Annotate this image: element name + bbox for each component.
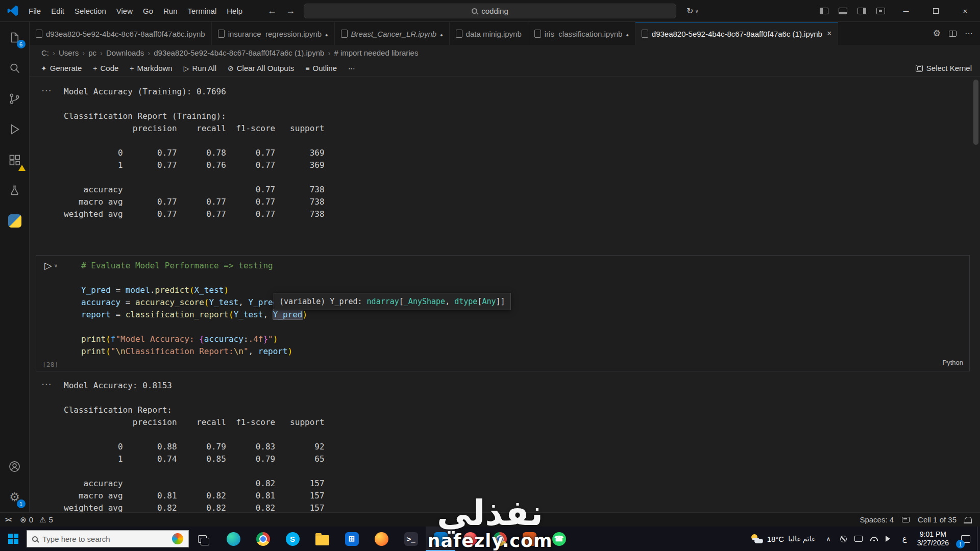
menu-help[interactable]: Help <box>222 0 248 21</box>
code-line[interactable]: print("\nClassification Report:\n", repo… <box>81 345 969 358</box>
more-actions-icon[interactable] <box>965 29 973 38</box>
more-actions-button[interactable]: ⋯ <box>344 63 359 73</box>
outline-button[interactable]: ≡Outline <box>301 63 341 73</box>
editor-tab[interactable]: d93ea820-5e92-4b4c-8c67-8aaff0f47a6c (1)… <box>635 22 838 45</box>
problems-indicator[interactable]: ⊗0 ⚠5 <box>17 515 56 524</box>
menu-selection[interactable]: Selection <box>69 0 111 21</box>
activity-python[interactable] <box>0 206 30 236</box>
taskbar-app-opera[interactable] <box>455 527 485 551</box>
activity-explorer[interactable]: 6 <box>0 22 30 53</box>
menu-file[interactable]: File <box>23 0 46 21</box>
remote-indicator[interactable]: >< <box>0 516 17 523</box>
breadcrumb-item[interactable]: pc <box>88 48 96 57</box>
code-button[interactable]: +Code <box>89 63 122 73</box>
notebook-settings-gear-icon[interactable]: ⚙ <box>933 28 941 39</box>
volume-icon[interactable] <box>886 536 893 542</box>
editor-tab[interactable]: data minig.ipynb <box>450 22 528 45</box>
menu-edit[interactable]: Edit <box>46 0 69 21</box>
activity-testing[interactable] <box>0 175 30 206</box>
editor-tab[interactable]: iris_classification.ipynb <box>528 22 635 45</box>
editor-tab[interactable]: d93ea820-5e92-4b4c-8c67-8aaff0f47a6c.ipy… <box>30 22 212 45</box>
toggle-panel-icon[interactable] <box>839 8 847 14</box>
split-editor-icon[interactable] <box>949 31 957 37</box>
activity-settings[interactable]: ⚙ 1 <box>0 482 30 512</box>
menu-view[interactable]: View <box>111 0 138 21</box>
taskbar-app-chrome-profile[interactable] <box>485 527 514 551</box>
breadcrumb-item[interactable]: Users <box>59 48 79 57</box>
menu-go[interactable]: Go <box>138 0 158 21</box>
breadcrumb-item[interactable]: # import needed libraries <box>334 48 418 57</box>
code-line[interactable]: accuracy = accuracy_score(Y_test, Y_pred… <box>81 296 969 309</box>
run-cell-button[interactable] <box>44 260 81 271</box>
toggle-sidebar-icon[interactable] <box>820 8 828 14</box>
screen-reader-icon[interactable] <box>902 517 910 522</box>
activity-extensions[interactable] <box>0 144 30 175</box>
editor-tab[interactable]: insurance_regression.ipynb <box>212 22 335 45</box>
focus-assist-icon[interactable] <box>840 536 847 542</box>
code-cell[interactable]: [28] # Evaluate Model Performance => tes… <box>36 255 970 371</box>
editor-tab[interactable]: Breast_Cancer_LR.ipynb <box>335 22 450 45</box>
taskbar-app-whatsapp[interactable]: ☎ <box>544 527 574 551</box>
taskbar-app-skype[interactable]: S <box>278 527 307 551</box>
breadcrumb-item[interactable]: Downloads <box>106 48 144 57</box>
customize-layout-icon[interactable] <box>876 8 885 14</box>
code-line[interactable]: report = classification_report(Y_test, Y… <box>81 309 969 321</box>
taskbar-clock[interactable]: 9:01 PM 3/27/2026 <box>912 530 954 547</box>
taskbar-app-terminal[interactable]: >_ <box>396 527 426 551</box>
taskbar-app-office-app[interactable] <box>514 527 544 551</box>
back-arrow-icon[interactable] <box>267 6 277 16</box>
generate-button[interactable]: ✦Generate <box>37 63 86 73</box>
action-center-button[interactable]: 1 <box>954 527 977 551</box>
output-options-icon[interactable] <box>41 379 52 390</box>
clear-all-outputs-button[interactable]: ⊘Clear All Outputs <box>224 63 298 73</box>
taskbar-search[interactable]: Type here to search <box>27 530 189 547</box>
cell-language-picker[interactable]: Python <box>943 357 963 369</box>
activity-source-control[interactable] <box>0 83 30 114</box>
breadcrumb-item[interactable]: d93ea820-5e92-4b4c-8c67-8aaff0f47a6c (1)… <box>154 48 324 57</box>
markdown-button[interactable]: +Markdown <box>126 63 176 73</box>
cell-indicator[interactable]: Cell 1 of 35 <box>918 515 957 524</box>
forward-arrow-icon[interactable] <box>286 6 295 16</box>
activity-account[interactable] <box>0 451 30 482</box>
cell-code-editor[interactable]: # Evaluate Model Performance => testingY… <box>81 256 969 371</box>
settings-badge: 1 <box>17 499 26 508</box>
code-line[interactable]: print(f"Model Accuracy: {accuracy:.4f}") <box>81 333 969 345</box>
notifications-bell-icon[interactable] <box>965 517 972 522</box>
code-line[interactable] <box>81 272 969 284</box>
scrollbar-thumb[interactable] <box>973 80 978 145</box>
weather-widget[interactable]: 18°C غائم غالبا <box>744 534 822 544</box>
breadcrumb-item[interactable]: C: <box>41 48 49 57</box>
indentation-indicator[interactable]: Spaces: 4 <box>860 515 894 524</box>
display-icon[interactable] <box>854 536 863 542</box>
hidden-icons-chevron[interactable]: ∧ <box>821 535 836 543</box>
sync-dropdown-button[interactable] <box>687 0 699 22</box>
taskbar-app-vscode[interactable] <box>426 527 455 551</box>
taskbar-app-firefox[interactable] <box>366 527 396 551</box>
menu-run[interactable]: Run <box>158 0 183 21</box>
wifi-icon[interactable] <box>870 537 878 541</box>
maximize-button[interactable] <box>921 0 950 22</box>
task-view-button[interactable] <box>189 527 215 551</box>
minimize-button[interactable] <box>891 0 921 22</box>
close-tab-icon[interactable] <box>827 29 831 38</box>
menu-terminal[interactable]: Terminal <box>183 0 222 21</box>
taskbar-app-edge[interactable] <box>218 527 248 551</box>
code-line[interactable]: Y_pred = model.predict(X_test) <box>81 284 969 296</box>
code-line[interactable]: # Evaluate Model Performance => testing <box>81 260 969 272</box>
keyboard-language-indicator[interactable]: ع <box>898 534 912 543</box>
run-all-button[interactable]: ▷Run All <box>180 63 220 73</box>
close-window-button[interactable] <box>950 0 980 22</box>
select-kernel-button[interactable]: Select Kernel <box>916 64 972 72</box>
toggle-secondary-sidebar-icon[interactable] <box>857 8 866 14</box>
command-center-search[interactable]: codding <box>304 4 676 18</box>
taskbar-app-file-explorer[interactable] <box>307 527 337 551</box>
taskbar-app-chrome[interactable] <box>248 527 278 551</box>
output-options-icon[interactable] <box>41 85 52 96</box>
start-button[interactable] <box>0 527 27 551</box>
activity-run-debug[interactable] <box>0 114 30 144</box>
taskbar-app-microsoft-store[interactable]: ⊞ <box>337 527 366 551</box>
sparkle-icon: ✦ <box>41 64 47 72</box>
show-desktop-button[interactable] <box>977 527 980 551</box>
activity-search[interactable] <box>0 53 30 83</box>
code-line[interactable] <box>81 321 969 333</box>
